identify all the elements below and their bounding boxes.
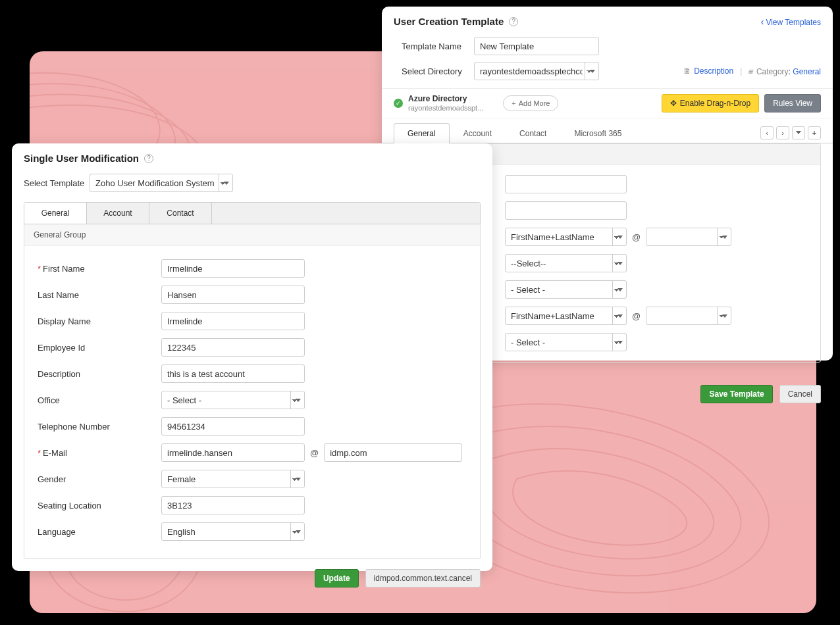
description-link[interactable]: Description xyxy=(683,66,733,76)
save-template-button[interactable]: Save Template xyxy=(700,385,772,403)
gender-select[interactable]: Female xyxy=(161,470,305,488)
tab-contact[interactable]: Contact xyxy=(149,203,212,224)
move-icon xyxy=(670,99,677,108)
enable-drag-drop-button[interactable]: Enable Drag-n-Drop xyxy=(662,94,759,113)
email-user-select[interactable]: FirstName+LastName xyxy=(505,307,627,325)
cancel-button[interactable]: idmpod.common.text.cancel xyxy=(365,569,481,588)
email-user-input[interactable] xyxy=(161,443,305,462)
select-template-dropdown[interactable]: Zoho User Modification System temp xyxy=(90,174,233,192)
chevron-down-icon xyxy=(796,131,801,134)
help-icon[interactable]: ? xyxy=(144,154,153,163)
tab-microsoft365[interactable]: Microsoft 365 xyxy=(560,123,635,143)
tab-menu-button[interactable] xyxy=(792,126,805,139)
single-user-modification-panel: Single User Modification ? Select Templa… xyxy=(12,143,492,571)
update-button[interactable]: Update xyxy=(315,569,359,588)
language-select[interactable]: - Select - xyxy=(505,333,627,351)
employee-id-input[interactable] xyxy=(161,338,305,357)
sum-title: Single User Modification xyxy=(24,153,139,164)
tab-contact[interactable]: Contact xyxy=(506,123,560,143)
document-icon xyxy=(683,66,694,76)
telephone-input[interactable] xyxy=(161,417,305,436)
plus-icon xyxy=(512,99,518,107)
logon-name-select[interactable]: FirstName+LastName xyxy=(505,228,627,246)
tab-account[interactable]: Account xyxy=(87,203,149,224)
select-directory-label: Select Directory xyxy=(402,66,474,76)
display-name-input[interactable] xyxy=(161,312,305,330)
office-select[interactable]: - Select - xyxy=(161,391,305,409)
email-domain-input[interactable] xyxy=(324,443,462,462)
tab-general[interactable]: General xyxy=(394,123,450,143)
view-templates-link[interactable]: View Templates xyxy=(760,16,821,27)
tab-nav-next[interactable]: › xyxy=(776,126,789,139)
at-symbol: @ xyxy=(632,232,641,242)
category-link[interactable]: General xyxy=(793,67,821,76)
select-directory-dropdown[interactable]: rayontestdemoadssptechco.onmicro xyxy=(474,62,599,80)
select-template-label: Select Template xyxy=(24,178,90,188)
first-name-input[interactable] xyxy=(505,175,627,193)
first-name-input[interactable] xyxy=(161,259,305,278)
last-name-input[interactable] xyxy=(161,286,305,304)
azure-directory-title: Azure Directory xyxy=(408,94,483,103)
logon-domain-select[interactable] xyxy=(646,228,731,246)
check-circle-icon: ✓ xyxy=(394,99,403,108)
template-name-input[interactable] xyxy=(474,37,599,55)
uc-title: User Creation Template xyxy=(394,16,504,27)
help-icon[interactable]: ? xyxy=(509,17,518,26)
display-name-select[interactable]: --Select-- xyxy=(505,254,627,272)
tab-nav-prev[interactable]: ‹ xyxy=(760,126,774,139)
last-name-input[interactable] xyxy=(505,201,627,220)
azure-directory-sub: rayontestdemoadsspt... xyxy=(408,104,483,113)
template-name-label: Template Name xyxy=(402,41,474,51)
rules-view-button[interactable]: Rules View xyxy=(764,94,821,113)
at-symbol: @ xyxy=(632,311,641,321)
general-group-header: General Group xyxy=(24,224,480,246)
cancel-button[interactable]: Cancel xyxy=(779,385,821,403)
language-select[interactable]: English xyxy=(161,522,305,541)
sum-tabs: General Account Contact xyxy=(24,202,481,224)
office-select[interactable]: - Select - xyxy=(505,280,627,299)
category-icon xyxy=(748,67,756,76)
at-symbol: @ xyxy=(310,448,319,458)
add-more-button[interactable]: Add More xyxy=(503,95,558,111)
description-input[interactable] xyxy=(161,364,305,383)
tab-add-button[interactable]: + xyxy=(808,126,821,139)
tab-general[interactable]: General xyxy=(24,203,87,224)
email-domain-select[interactable] xyxy=(646,307,731,325)
tab-account[interactable]: Account xyxy=(450,123,506,143)
seating-input[interactable] xyxy=(161,496,305,514)
